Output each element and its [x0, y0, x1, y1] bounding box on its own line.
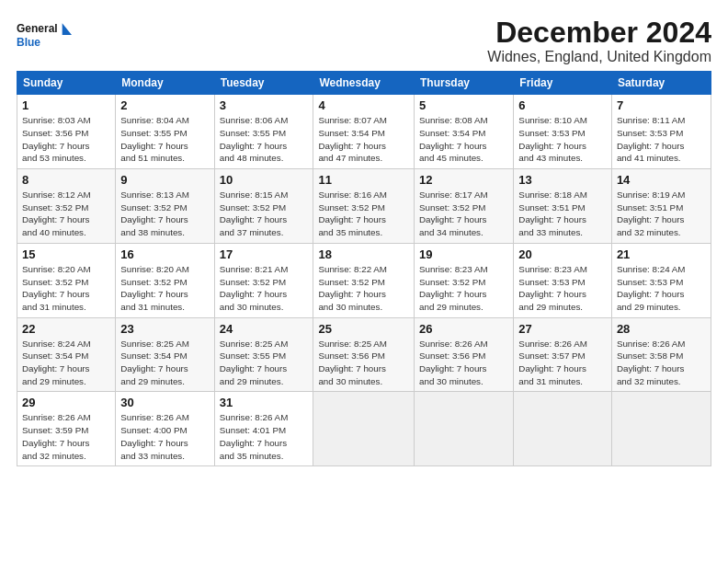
calendar-cell: 17Sunrise: 8:21 AMSunset: 3:52 PMDayligh… [214, 243, 313, 317]
day-info: Sunrise: 8:26 AMSunset: 3:56 PMDaylight:… [419, 338, 508, 388]
calendar-cell [415, 392, 514, 466]
day-info: Sunrise: 8:03 AMSunset: 3:56 PMDaylight:… [22, 114, 110, 165]
day-number: 18 [318, 247, 409, 261]
day-info: Sunrise: 8:26 AMSunset: 3:58 PMDaylight:… [617, 338, 706, 388]
day-info: Sunrise: 8:22 AMSunset: 3:52 PMDaylight:… [318, 263, 409, 314]
day-number: 19 [419, 247, 508, 261]
calendar-cell: 12Sunrise: 8:17 AMSunset: 3:52 PMDayligh… [415, 169, 514, 244]
calendar-cell [313, 392, 415, 466]
day-number: 29 [22, 396, 110, 409]
calendar-cell: 15Sunrise: 8:20 AMSunset: 3:52 PMDayligh… [17, 243, 116, 317]
day-number: 20 [518, 247, 607, 261]
day-number: 6 [518, 98, 607, 112]
calendar-table: Sunday Monday Tuesday Wednesday Thursday… [17, 71, 711, 466]
logo: General Blue [17, 17, 72, 53]
day-number: 24 [220, 322, 309, 336]
day-number: 10 [220, 173, 309, 187]
calendar-cell: 13Sunrise: 8:18 AMSunset: 3:51 PMDayligh… [514, 169, 612, 244]
calendar-cell: 20Sunrise: 8:23 AMSunset: 3:53 PMDayligh… [514, 243, 612, 317]
day-number: 11 [318, 173, 409, 187]
day-number: 26 [419, 322, 508, 336]
day-info: Sunrise: 8:15 AMSunset: 3:52 PMDaylight:… [220, 189, 309, 239]
day-number: 4 [318, 98, 409, 112]
header-row: Sunday Monday Tuesday Wednesday Thursday… [17, 72, 711, 95]
day-number: 31 [220, 396, 309, 409]
day-info: Sunrise: 8:16 AMSunset: 3:52 PMDaylight:… [318, 189, 409, 239]
col-sunday: Sunday [17, 72, 116, 95]
month-title: December 2024 [487, 17, 711, 49]
calendar-cell: 8Sunrise: 8:12 AMSunset: 3:52 PMDaylight… [17, 169, 116, 244]
col-saturday: Saturday [611, 72, 711, 95]
day-number: 8 [22, 173, 110, 187]
day-info: Sunrise: 8:04 AMSunset: 3:55 PMDaylight:… [120, 114, 209, 165]
day-info: Sunrise: 8:17 AMSunset: 3:52 PMDaylight:… [419, 189, 508, 239]
day-info: Sunrise: 8:25 AMSunset: 3:56 PMDaylight:… [318, 338, 409, 388]
calendar-cell: 30Sunrise: 8:26 AMSunset: 4:00 PMDayligh… [116, 392, 214, 466]
svg-marker-2 [63, 23, 72, 35]
day-number: 30 [120, 396, 209, 409]
col-friday: Friday [514, 72, 612, 95]
calendar-cell: 21Sunrise: 8:24 AMSunset: 3:53 PMDayligh… [611, 243, 711, 317]
calendar-cell: 31Sunrise: 8:26 AMSunset: 4:01 PMDayligh… [214, 392, 313, 466]
day-number: 16 [120, 247, 209, 261]
day-number: 5 [419, 98, 508, 112]
col-monday: Monday [116, 72, 214, 95]
day-info: Sunrise: 8:23 AMSunset: 3:53 PMDaylight:… [518, 263, 607, 314]
day-info: Sunrise: 8:24 AMSunset: 3:53 PMDaylight:… [617, 263, 706, 314]
calendar-cell: 18Sunrise: 8:22 AMSunset: 3:52 PMDayligh… [313, 243, 415, 317]
calendar-cell: 3Sunrise: 8:06 AMSunset: 3:55 PMDaylight… [214, 95, 313, 169]
calendar-week-1: 1Sunrise: 8:03 AMSunset: 3:56 PMDaylight… [17, 95, 711, 169]
day-info: Sunrise: 8:07 AMSunset: 3:54 PMDaylight:… [318, 114, 409, 165]
day-number: 25 [318, 322, 409, 336]
calendar-cell: 11Sunrise: 8:16 AMSunset: 3:52 PMDayligh… [313, 169, 415, 244]
day-number: 21 [617, 247, 706, 261]
day-number: 2 [120, 98, 209, 112]
day-number: 17 [220, 247, 309, 261]
calendar-cell: 14Sunrise: 8:19 AMSunset: 3:51 PMDayligh… [611, 169, 711, 244]
calendar-cell: 10Sunrise: 8:15 AMSunset: 3:52 PMDayligh… [214, 169, 313, 244]
location-title: Widnes, England, United Kingdom [487, 49, 711, 65]
day-number: 13 [518, 173, 607, 187]
calendar-cell: 27Sunrise: 8:26 AMSunset: 3:57 PMDayligh… [514, 317, 612, 392]
calendar-cell: 9Sunrise: 8:13 AMSunset: 3:52 PMDaylight… [116, 169, 214, 244]
calendar-cell: 28Sunrise: 8:26 AMSunset: 3:58 PMDayligh… [611, 317, 711, 392]
calendar-cell: 29Sunrise: 8:26 AMSunset: 3:59 PMDayligh… [17, 392, 116, 466]
calendar-week-4: 22Sunrise: 8:24 AMSunset: 3:54 PMDayligh… [17, 317, 711, 392]
calendar-week-5: 29Sunrise: 8:26 AMSunset: 3:59 PMDayligh… [17, 392, 711, 466]
day-info: Sunrise: 8:06 AMSunset: 3:55 PMDaylight:… [220, 114, 309, 165]
calendar-cell: 24Sunrise: 8:25 AMSunset: 3:55 PMDayligh… [214, 317, 313, 392]
day-number: 1 [22, 98, 110, 112]
day-info: Sunrise: 8:11 AMSunset: 3:53 PMDaylight:… [617, 114, 706, 165]
day-info: Sunrise: 8:13 AMSunset: 3:52 PMDaylight:… [120, 189, 209, 239]
calendar-cell: 2Sunrise: 8:04 AMSunset: 3:55 PMDaylight… [116, 95, 214, 169]
calendar-cell [514, 392, 612, 466]
day-info: Sunrise: 8:25 AMSunset: 3:55 PMDaylight:… [220, 338, 309, 388]
day-info: Sunrise: 8:24 AMSunset: 3:54 PMDaylight:… [22, 338, 110, 388]
calendar-cell [611, 392, 711, 466]
day-info: Sunrise: 8:26 AMSunset: 4:01 PMDaylight:… [220, 411, 309, 462]
day-number: 14 [617, 173, 706, 187]
day-number: 27 [518, 322, 607, 336]
day-number: 3 [220, 98, 309, 112]
calendar-cell: 19Sunrise: 8:23 AMSunset: 3:52 PMDayligh… [415, 243, 514, 317]
header: General Blue December 2024 Widnes, Engla… [17, 17, 711, 65]
day-number: 12 [419, 173, 508, 187]
day-info: Sunrise: 8:25 AMSunset: 3:54 PMDaylight:… [120, 338, 209, 388]
day-number: 22 [22, 322, 110, 336]
calendar-page: General Blue December 2024 Widnes, Engla… [0, 0, 728, 563]
svg-text:General: General [17, 22, 58, 35]
calendar-cell: 25Sunrise: 8:25 AMSunset: 3:56 PMDayligh… [313, 317, 415, 392]
calendar-week-3: 15Sunrise: 8:20 AMSunset: 3:52 PMDayligh… [17, 243, 711, 317]
calendar-cell: 23Sunrise: 8:25 AMSunset: 3:54 PMDayligh… [116, 317, 214, 392]
calendar-cell: 4Sunrise: 8:07 AMSunset: 3:54 PMDaylight… [313, 95, 415, 169]
title-block: December 2024 Widnes, England, United Ki… [487, 17, 711, 65]
day-info: Sunrise: 8:26 AMSunset: 3:57 PMDaylight:… [518, 338, 607, 388]
day-info: Sunrise: 8:20 AMSunset: 3:52 PMDaylight:… [120, 263, 209, 314]
calendar-cell: 1Sunrise: 8:03 AMSunset: 3:56 PMDaylight… [17, 95, 116, 169]
calendar-cell: 6Sunrise: 8:10 AMSunset: 3:53 PMDaylight… [514, 95, 612, 169]
col-tuesday: Tuesday [214, 72, 313, 95]
day-number: 9 [120, 173, 209, 187]
calendar-cell: 22Sunrise: 8:24 AMSunset: 3:54 PMDayligh… [17, 317, 116, 392]
day-info: Sunrise: 8:19 AMSunset: 3:51 PMDaylight:… [617, 189, 706, 239]
day-info: Sunrise: 8:12 AMSunset: 3:52 PMDaylight:… [22, 189, 110, 239]
